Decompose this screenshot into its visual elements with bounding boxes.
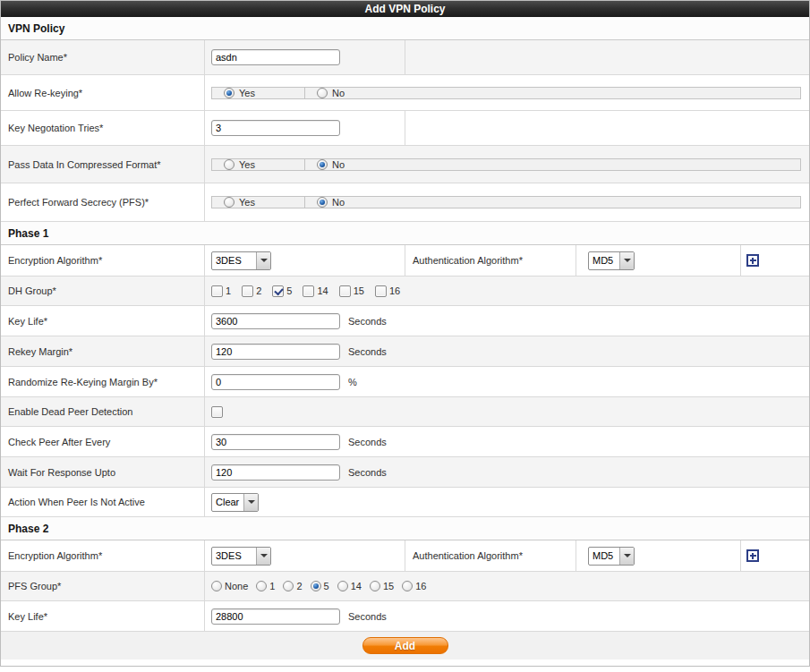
radio-label: No xyxy=(332,197,345,208)
phase2-authentication-label-cell: Authentication Algorithm* xyxy=(405,540,576,571)
phase2-authentication-select[interactable]: MD5 xyxy=(588,547,635,566)
policy-name-value-cell xyxy=(205,40,405,74)
footer-row: Add xyxy=(1,632,809,659)
allow-rekeying-no-option[interactable]: No xyxy=(305,88,800,98)
radio-button-icon xyxy=(256,581,267,591)
radio-label: No xyxy=(332,88,345,98)
pfs-group-option-16[interactable]: 16 xyxy=(402,581,426,591)
row-wait-response: Wait For Response Upto Seconds xyxy=(1,457,809,488)
row-phase2-key-life: Key Life* Seconds xyxy=(1,601,809,632)
chevron-down-icon xyxy=(619,548,634,565)
dh-group-option-14[interactable]: 14 xyxy=(303,285,328,297)
add-algorithm-plus-icon[interactable] xyxy=(746,549,759,562)
dead-peer-detection-value-cell xyxy=(205,397,809,426)
row-check-peer: Check Peer After Every Seconds xyxy=(1,427,809,457)
radio-button-icon xyxy=(224,197,234,208)
allow-rekeying-yes-option[interactable]: Yes xyxy=(212,88,305,98)
check-peer-label-cell: Check Peer After Every xyxy=(1,427,205,456)
phase1-encryption-value-cell: 3DES xyxy=(205,245,405,276)
add-button[interactable]: Add xyxy=(362,637,448,654)
key-life-label: Key Life* xyxy=(8,611,47,622)
radio-button-icon xyxy=(224,88,234,98)
dh-group-label: DH Group* xyxy=(8,285,56,296)
dh-group-option-16[interactable]: 16 xyxy=(375,285,400,297)
phase1-encryption-select[interactable]: 3DES xyxy=(211,251,271,270)
phase2-key-life-label-cell: Key Life* xyxy=(1,601,205,631)
section-header-vpn-policy: VPN Policy xyxy=(1,17,809,40)
phase1-key-life-value-cell: Seconds xyxy=(205,306,809,336)
wait-response-label-cell: Wait For Response Upto xyxy=(1,457,205,487)
row-pfs-group: PFS Group* None 1 2 5 14 xyxy=(1,572,809,601)
key-negotiation-tries-label-cell: Key Negotation Tries* xyxy=(1,111,205,145)
row-key-negotiation-tries: Key Negotation Tries* xyxy=(1,111,809,146)
checkbox-label: 2 xyxy=(256,285,261,296)
pfs-group-option-1[interactable]: 1 xyxy=(256,581,275,591)
radio-label: Yes xyxy=(239,159,255,170)
peer-action-label: Action When Peer Is Not Active xyxy=(8,497,145,507)
encryption-algorithm-label: Encryption Algorithm* xyxy=(8,550,102,561)
phase2-key-life-input[interactable] xyxy=(211,608,340,625)
check-peer-value-cell: Seconds xyxy=(205,427,809,456)
radio-button-icon xyxy=(224,159,234,170)
pfs-group-option-14[interactable]: 14 xyxy=(337,581,362,591)
window-title-bar: Add VPN Policy xyxy=(1,1,809,17)
pfs-group-label-cell: PFS Group* xyxy=(1,572,205,600)
allow-rekeying-radio-group: Yes No xyxy=(211,87,801,99)
radio-button-icon xyxy=(370,581,380,591)
dh-group-option-15[interactable]: 15 xyxy=(339,285,364,297)
randomize-margin-input[interactable] xyxy=(211,374,340,390)
dh-group-option-5[interactable]: 5 xyxy=(272,285,292,297)
phase2-authentication-value-cell: MD5 xyxy=(576,540,741,571)
rekey-margin-label: Rekey Margin* xyxy=(8,346,72,357)
pfs-yes-option[interactable]: Yes xyxy=(212,197,305,208)
checkbox-label: 5 xyxy=(286,285,292,296)
radio-button-icon xyxy=(283,581,294,591)
phase1-encryption-label-cell: Encryption Algorithm* xyxy=(1,245,205,276)
peer-action-select[interactable]: Clear xyxy=(211,493,259,512)
row-dead-peer-detection: Enable Dead Peer Detection xyxy=(1,397,809,427)
check-peer-input[interactable] xyxy=(211,434,340,450)
wait-response-input[interactable] xyxy=(211,464,340,481)
percent-label: % xyxy=(348,377,357,387)
rekey-margin-label-cell: Rekey Margin* xyxy=(1,336,205,366)
rekey-margin-input[interactable] xyxy=(211,344,340,360)
dh-group-option-1[interactable]: 1 xyxy=(211,285,231,297)
dead-peer-detection-checkbox[interactable] xyxy=(211,406,223,418)
pfs-group-option-15[interactable]: 15 xyxy=(370,581,394,591)
pass-data-no-option[interactable]: No xyxy=(305,159,800,170)
add-algorithm-plus-icon[interactable] xyxy=(746,254,759,267)
allow-rekeying-label-cell: Allow Re-keying* xyxy=(1,75,205,110)
radio-label: 5 xyxy=(324,581,329,591)
dead-peer-detection-label-cell: Enable Dead Peer Detection xyxy=(1,397,205,426)
dh-group-option-2[interactable]: 2 xyxy=(242,285,261,297)
phase1-key-life-input[interactable] xyxy=(211,313,340,329)
row-filler xyxy=(405,40,809,74)
pass-data-yes-option[interactable]: Yes xyxy=(212,159,305,170)
pfs-group-option-2[interactable]: 2 xyxy=(283,581,302,591)
policy-name-input[interactable] xyxy=(211,49,340,65)
pfs-group-option-none[interactable]: None xyxy=(211,581,248,591)
select-value: 3DES xyxy=(212,252,256,269)
check-peer-label: Check Peer After Every xyxy=(8,437,110,447)
radio-button-selected-icon xyxy=(311,581,321,591)
checkbox-checked-icon xyxy=(272,285,284,297)
wait-response-value-cell: Seconds xyxy=(205,457,809,487)
dh-group-label-cell: DH Group* xyxy=(1,276,205,305)
pfs-group-value-cell: None 1 2 5 14 15 xyxy=(205,572,809,600)
pfs-radio-group: Yes No xyxy=(211,196,801,208)
chevron-down-icon xyxy=(243,494,258,511)
key-negotiation-tries-input[interactable] xyxy=(211,120,340,136)
select-value: MD5 xyxy=(589,252,619,269)
pfs-group-option-5[interactable]: 5 xyxy=(311,581,329,591)
section-header-phase2: Phase 2 xyxy=(1,517,809,540)
pass-data-compressed-label: Pass Data In Compressed Format* xyxy=(8,159,161,170)
select-value: Clear xyxy=(212,494,243,511)
pfs-no-option[interactable]: No xyxy=(305,197,800,208)
phase1-authentication-select[interactable]: MD5 xyxy=(588,251,635,270)
pass-data-compressed-value-cell: Yes No xyxy=(205,146,809,183)
phase2-encryption-select[interactable]: 3DES xyxy=(211,547,271,566)
pass-data-compressed-label-cell: Pass Data In Compressed Format* xyxy=(1,146,205,183)
phase2-encryption-label-cell: Encryption Algorithm* xyxy=(1,540,205,571)
seconds-label: Seconds xyxy=(348,611,387,622)
key-negotiation-tries-value-cell xyxy=(205,111,405,145)
